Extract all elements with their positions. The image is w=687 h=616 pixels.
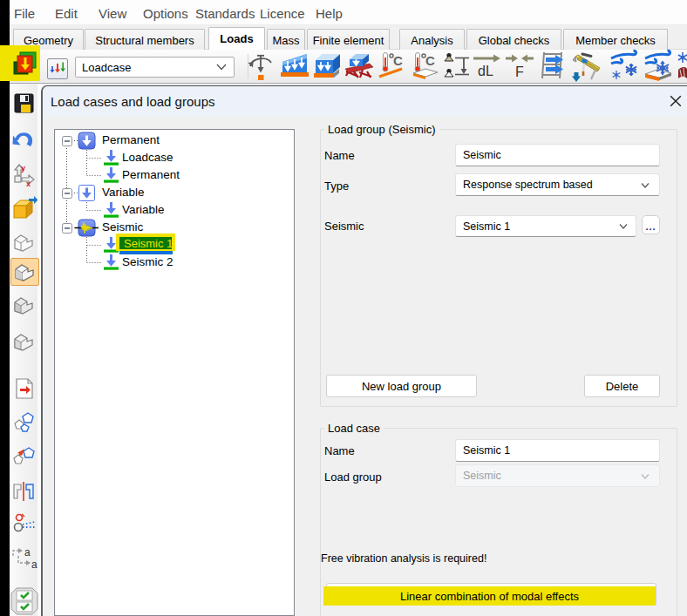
svg-text:C: C bbox=[425, 53, 435, 68]
svg-text:dL: dL bbox=[478, 64, 493, 78]
svg-text:a: a bbox=[31, 558, 37, 571]
svg-text:a: a bbox=[24, 547, 31, 558]
svg-text:C: C bbox=[393, 53, 403, 68]
svg-text:x: x bbox=[26, 179, 31, 187]
svg-text:y: y bbox=[21, 164, 25, 173]
svg-text:F: F bbox=[515, 64, 524, 79]
